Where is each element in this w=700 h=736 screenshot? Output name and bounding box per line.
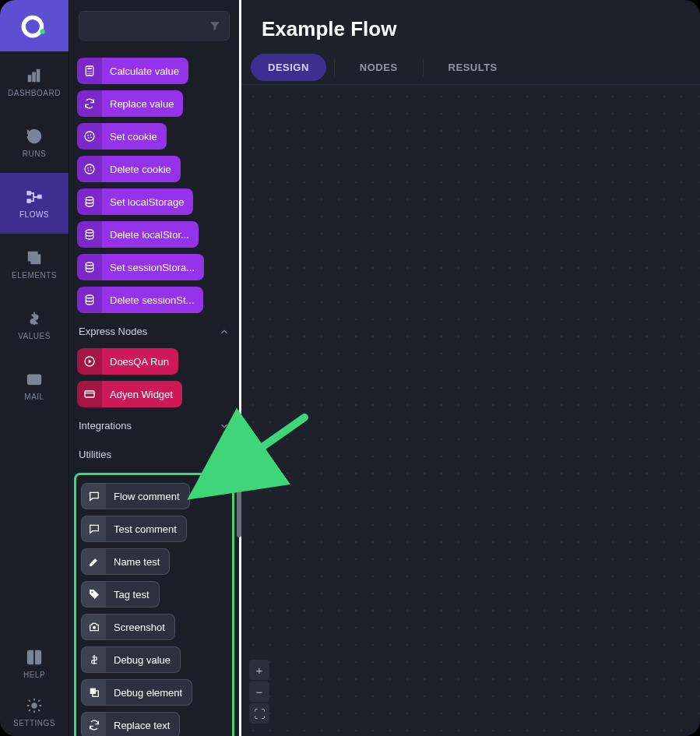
node-label: Replace text — [106, 712, 180, 736]
nav-help[interactable]: HELP — [0, 639, 69, 688]
node-tag-test[interactable]: Tag test — [81, 581, 160, 607]
node-flow-comment[interactable]: Flow comment — [81, 483, 190, 509]
palette-scroll[interactable]: Calculate value Replace value Set cookie… — [69, 51, 239, 736]
category-utilities[interactable]: Utilities — [77, 439, 231, 468]
node-doesqa-run[interactable]: DoesQA Run — [77, 348, 178, 375]
node-delete-sessionstorage[interactable]: Delete sessionSt... — [77, 287, 203, 313]
nav-elements[interactable]: ELEMENTS — [0, 234, 69, 294]
node-set-cookie[interactable]: Set cookie — [77, 123, 167, 150]
node-label: Debug value — [106, 646, 181, 673]
node-label: Set localStorage — [102, 188, 193, 215]
tab-label: DESIGN — [268, 62, 309, 73]
tab-divider — [423, 58, 424, 76]
node-label: Flow comment — [106, 483, 190, 509]
tab-label: NODES — [360, 62, 398, 73]
svg-rect-13 — [87, 68, 91, 69]
nav-mail[interactable]: MAIL — [0, 355, 69, 416]
palette-search-row — [69, 0, 239, 51]
svg-point-20 — [85, 132, 94, 141]
svg-point-14 — [87, 71, 88, 72]
category-express-nodes[interactable]: Express Nodes — [77, 316, 231, 345]
svg-point-28 — [88, 170, 90, 171]
node-palette-panel: Calculate value Replace value Set cookie… — [69, 0, 241, 736]
nav-flows[interactable]: FLOWS — [0, 173, 69, 234]
node-label: Debug element — [106, 679, 192, 706]
node-adyen-widget[interactable]: Adyen Widget — [77, 381, 182, 407]
nav-label: HELP — [23, 671, 45, 679]
book-icon — [26, 649, 43, 666]
nav-label: DASHBOARD — [8, 89, 61, 97]
nav-values[interactable]: VALUES — [0, 294, 69, 355]
swap-icon — [77, 90, 102, 117]
flow-icon — [26, 188, 43, 206]
database-icon — [77, 221, 102, 248]
node-set-sessionstorage[interactable]: Set sessionStora... — [77, 254, 204, 280]
database-icon — [77, 188, 102, 215]
svg-rect-7 — [38, 195, 42, 199]
node-label: Set sessionStora... — [102, 254, 204, 280]
nav-runs[interactable]: RUNS — [0, 112, 69, 173]
zoom-fit-button[interactable]: ⛶ — [249, 703, 269, 724]
tab-nodes[interactable]: NODES — [343, 54, 415, 81]
database-icon — [77, 287, 102, 313]
calculator-icon — [77, 58, 102, 84]
flow-title: Example Flow — [262, 17, 680, 41]
node-label: Screenshot — [106, 614, 175, 640]
svg-point-22 — [90, 134, 91, 136]
nav-label: ELEMENTS — [12, 271, 57, 280]
chevron-up-icon — [219, 326, 230, 337]
node-replace-text[interactable]: Replace text — [81, 712, 180, 736]
node-label: Delete localStor... — [102, 221, 199, 248]
tab-design[interactable]: DESIGN — [251, 54, 326, 81]
left-nav-rail: DASHBOARD RUNS FLOWS ELEMENTS VALUES MAI… — [0, 0, 69, 736]
category-integrations[interactable]: Integrations — [77, 410, 231, 439]
node-label: Delete sessionSt... — [102, 287, 203, 313]
node-debug-element[interactable]: Debug element — [81, 679, 192, 706]
palette-search-input[interactable] — [79, 11, 230, 40]
nav-settings[interactable]: SETTINGS — [0, 688, 69, 736]
svg-point-23 — [88, 137, 90, 139]
svg-point-19 — [90, 73, 91, 74]
node-calculate-value[interactable]: Calculate value — [77, 58, 188, 84]
node-delete-cookie[interactable]: Delete cookie — [77, 156, 181, 182]
node-label: Calculate value — [102, 58, 188, 84]
category-label: Integrations — [79, 420, 132, 431]
node-replace-value[interactable]: Replace value — [77, 90, 183, 117]
layers-icon — [81, 679, 106, 706]
credit-card-icon — [77, 381, 102, 407]
comment-icon — [81, 516, 106, 542]
node-label: Adyen Widget — [102, 381, 182, 407]
tab-results[interactable]: RESULTS — [431, 54, 515, 81]
svg-point-37 — [91, 591, 93, 593]
zoom-out-button[interactable]: − — [249, 681, 269, 702]
svg-rect-4 — [37, 69, 40, 81]
pencil-icon — [81, 548, 106, 575]
swap-icon — [81, 712, 106, 736]
camera-icon — [81, 614, 106, 640]
layers-icon — [26, 249, 43, 266]
svg-rect-9 — [31, 255, 40, 263]
node-name-test[interactable]: Name test — [81, 548, 170, 575]
node-label: DoesQA Run — [102, 348, 178, 375]
node-screenshot[interactable]: Screenshot — [81, 614, 175, 640]
svg-point-29 — [90, 169, 92, 171]
node-label: Test comment — [106, 516, 187, 542]
nav-dashboard[interactable]: DASHBOARD — [0, 51, 69, 112]
node-debug-value[interactable]: Debug value — [81, 646, 181, 673]
utilities-highlight: Flow comment Test comment Name test Tag … — [74, 473, 234, 736]
node-set-localstorage[interactable]: Set localStorage — [77, 188, 193, 215]
tag-icon — [81, 581, 106, 607]
svg-point-18 — [89, 73, 90, 74]
svg-point-31 — [86, 230, 93, 233]
svg-point-32 — [86, 262, 93, 266]
main-area: Example Flow DESIGN NODES RESULTS + − ⛶ — [241, 0, 700, 736]
flow-canvas[interactable]: + − ⛶ — [241, 85, 700, 736]
app-logo[interactable] — [0, 0, 69, 51]
node-delete-localstorage[interactable]: Delete localStor... — [77, 221, 199, 248]
node-label: Tag test — [106, 581, 160, 607]
svg-rect-35 — [85, 391, 94, 397]
node-test-comment[interactable]: Test comment — [81, 516, 187, 542]
nav-label: VALUES — [18, 332, 51, 340]
flow-tabs: DESIGN NODES RESULTS — [241, 51, 700, 85]
zoom-in-button[interactable]: + — [249, 660, 269, 680]
